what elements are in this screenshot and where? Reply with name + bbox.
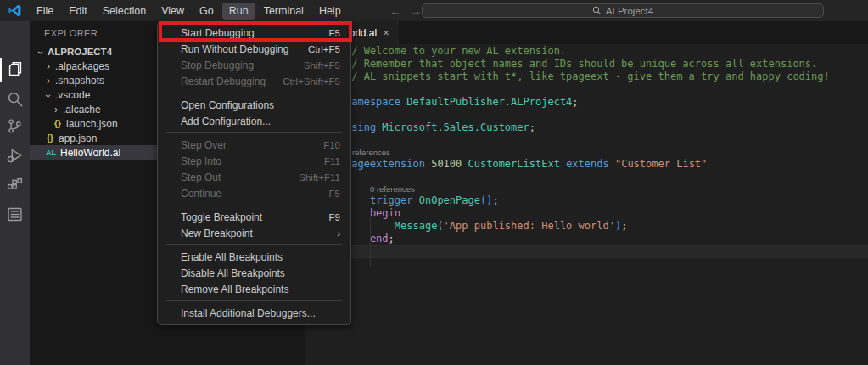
menu-item-shortcut: Shift+F11 <box>299 172 340 182</box>
code-line: pageextension 50100 CustomerListExt exte… <box>345 158 868 171</box>
code-line: trigger OnOpenPage(); <box>345 194 868 207</box>
menu-item-label: Continue <box>181 188 329 199</box>
run-debug-icon[interactable] <box>0 140 30 170</box>
chevron-right-icon: › <box>52 105 60 114</box>
code-line <box>345 109 868 121</box>
source-control-icon[interactable] <box>0 111 30 141</box>
menu-bar: FileEditSelectionViewGoRunTerminalHelp <box>29 0 349 21</box>
tree-item-label: .alcache <box>63 104 101 115</box>
chevron-right-icon: › <box>44 76 53 85</box>
menu-item-label: Remove All Breakpoints <box>181 284 340 295</box>
menu-item-run-without-debugging[interactable]: Run Without DebuggingCtrl+F5 <box>158 41 350 57</box>
code-line <box>345 134 868 147</box>
menu-item-label: Step Into <box>181 155 324 167</box>
editor-area[interactable]: HelloWorld.al × // Welcome to your new A… <box>305 21 868 365</box>
activity-bar <box>0 21 30 365</box>
indent-guide <box>370 217 371 267</box>
code-line: begin <box>345 207 868 220</box>
code-line: // Welcome to your new AL extension. <box>345 45 868 58</box>
vscode-logo-icon <box>8 3 22 18</box>
menu-item-shortcut: F10 <box>323 140 340 150</box>
menu-item-label: Open Configurations <box>181 99 340 111</box>
menu-item-new-breakpoint[interactable]: New Breakpoint› <box>158 225 350 241</box>
json-file-icon: {} <box>44 133 56 143</box>
menu-item-shortcut: F5 <box>329 188 340 199</box>
codelens-references: 0 references <box>345 183 868 194</box>
title-bar: FileEditSelectionViewGoRunTerminalHelp ←… <box>0 0 868 21</box>
menubar-item-view[interactable]: View <box>154 3 191 20</box>
nav-arrows: ← → <box>389 0 422 21</box>
menu-item-continue: ContinueF5 <box>158 185 350 201</box>
tree-item-label: ALPROJECT4 <box>48 47 112 57</box>
forward-icon[interactable]: → <box>410 4 422 18</box>
search-icon <box>592 6 602 15</box>
menu-separator <box>166 132 342 133</box>
menu-item-toggle-breakpoint[interactable]: Toggle BreakpointF9 <box>158 209 350 225</box>
menu-item-disable-all-breakpoints[interactable]: Disable All Breakpoints <box>158 265 350 281</box>
chevron-down-icon: › <box>44 92 53 100</box>
menu-item-label: Stop Debugging <box>181 59 304 71</box>
code-line: } <box>345 245 868 258</box>
menu-item-shortcut: F11 <box>324 156 340 166</box>
code-line: { <box>345 171 868 183</box>
tree-item-label: .vscode <box>55 89 90 101</box>
output-list-icon[interactable] <box>0 199 30 229</box>
menu-item-label: Disable All Breakpoints <box>181 267 340 279</box>
submenu-arrow-icon: › <box>337 228 340 239</box>
menu-item-label: Restart Debugging <box>181 76 283 87</box>
menu-separator <box>166 93 342 93</box>
menu-item-shortcut: Ctrl+Shift+F5 <box>283 76 340 87</box>
tree-item-label: .alpackages <box>55 60 109 72</box>
menu-item-shortcut: F9 <box>329 212 340 222</box>
code-line: end; <box>345 233 868 245</box>
menu-item-restart-debugging: Restart DebuggingCtrl+Shift+F5 <box>158 73 350 89</box>
menu-item-shortcut: Ctrl+F5 <box>308 44 340 54</box>
tree-item-label: HelloWorld.al <box>60 147 120 159</box>
menu-item-step-into: Step IntoF11 <box>158 153 350 169</box>
menubar-item-selection[interactable]: Selection <box>96 3 153 20</box>
menu-item-shortcut: Shift+F5 <box>304 60 340 70</box>
search-input[interactable]: ALProject4 <box>422 3 824 18</box>
menu-separator <box>166 300 342 301</box>
menu-item-label: New Breakpoint <box>181 227 337 239</box>
files-icon[interactable] <box>0 55 30 85</box>
menu-item-label: Run Without Debugging <box>181 43 308 55</box>
back-icon[interactable]: ← <box>389 4 401 18</box>
code-editor[interactable]: // Welcome to your new AL extension.// R… <box>305 44 868 258</box>
code-line: Message('App published: Hello world'); <box>345 220 868 233</box>
menubar-item-help[interactable]: Help <box>312 3 348 20</box>
close-icon[interactable]: × <box>383 27 389 38</box>
menu-item-add-configuration[interactable]: Add Configuration... <box>158 113 350 129</box>
run-menu-dropdown: Start DebuggingF5Run Without DebuggingCt… <box>157 21 351 325</box>
menubar-item-terminal[interactable]: Terminal <box>257 3 311 20</box>
codelens-references: 0 references <box>345 147 868 158</box>
al-file-icon: AL <box>44 149 58 157</box>
menu-item-label: Add Configuration... <box>181 115 340 127</box>
menubar-item-file[interactable]: File <box>30 3 60 20</box>
menu-item-remove-all-breakpoints[interactable]: Remove All Breakpoints <box>158 281 350 297</box>
menu-item-label: Enable All Breakpoints <box>181 251 340 263</box>
code-line: using Microsoft.Sales.Customer; <box>345 121 868 134</box>
search-icon[interactable] <box>0 84 30 114</box>
menu-item-step-over: Step OverF10 <box>158 137 350 153</box>
tree-item-label: app.json <box>59 132 97 144</box>
annotation-red-box <box>159 21 352 42</box>
menubar-item-edit[interactable]: Edit <box>62 3 94 20</box>
menu-item-label: Step Out <box>181 171 299 183</box>
extensions-icon[interactable] <box>0 171 30 200</box>
menubar-item-go[interactable]: Go <box>193 3 221 20</box>
menu-item-stop-debugging: Stop DebuggingShift+F5 <box>158 57 350 73</box>
menu-item-label: Step Over <box>181 139 323 151</box>
menubar-item-run[interactable]: Run <box>222 3 255 20</box>
menu-item-label: Install Additional Debuggers... <box>181 307 340 319</box>
json-file-icon: {} <box>52 119 64 128</box>
menu-separator <box>166 205 342 205</box>
menu-separator <box>166 244 342 245</box>
menu-item-open-configurations[interactable]: Open Configurations <box>158 97 350 113</box>
menu-item-label: Toggle Breakpoint <box>181 211 329 223</box>
menu-item-install-additional-debuggers[interactable]: Install Additional Debuggers... <box>158 305 350 321</box>
tree-item-label: .snapshots <box>55 75 104 87</box>
menu-item-step-out: Step OutShift+F11 <box>158 169 350 185</box>
menu-item-enable-all-breakpoints[interactable]: Enable All Breakpoints <box>158 249 350 265</box>
search-value: ALProject4 <box>606 6 653 16</box>
